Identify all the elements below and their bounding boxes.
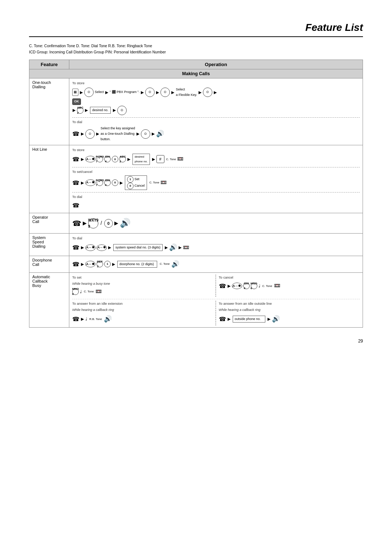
table-row: One-touchDialling To store ▦ ▶ ⊙ Select … — [29, 78, 363, 145]
feature-auto-callback: AutomaticCallbackBusy — [29, 272, 69, 327]
feature-doorphone: DoorphoneCall — [29, 256, 69, 272]
feature-table: Feature Operation Making Calls One-touch… — [29, 60, 363, 328]
op-auto-callback: To set While hearing a busy tone MNO6 ♩ … — [69, 272, 363, 327]
col-feature: Feature — [29, 60, 69, 69]
op-one-touch: To store ▦ ▶ ⊙ Select ▶ " ⬛ PBX Program … — [69, 78, 363, 145]
table-row: Hot Line To store ☎ ▶ A↔✱ PQR57 GHI4 0 A… — [29, 145, 363, 213]
col-operation: Operation — [69, 60, 363, 69]
section-making-calls: Making Calls — [29, 69, 363, 78]
op-hot-line: To store ☎ ▶ A↔✱ PQR57 GHI4 0 ABC2 ▶ des… — [69, 145, 363, 213]
feature-one-touch: One-touchDialling — [29, 78, 69, 145]
feature-operator-call: OperatorCall — [29, 213, 69, 234]
legend: C. Tone: Confirmation Tone D. Tone: Dial… — [29, 43, 363, 55]
table-row: DoorphoneCall ☎ ▶ A↔✱ DEF3 1 ▶ doorphone… — [29, 256, 363, 272]
table-row: AutomaticCallbackBusy To set While heari… — [29, 272, 363, 327]
page-number: 29 — [29, 339, 363, 344]
op-system-speed: To dial ☎ ▶ A↔✱ A↔✱ ▶ system speed dial … — [69, 234, 363, 256]
table-row: OperatorCall ☎ ▶ WXY99 / 0 ▶ 🔊 — [29, 213, 363, 234]
table-row: SystemSpeedDialling To dial ☎ ▶ A↔✱ A↔✱ … — [29, 234, 363, 256]
op-operator-call: ☎ ▶ WXY99 / 0 ▶ 🔊 — [69, 213, 363, 234]
page-title: Feature List — [29, 22, 363, 37]
feature-hot-line: Hot Line — [29, 145, 69, 213]
feature-system-speed: SystemSpeedDialling — [29, 234, 69, 256]
op-doorphone: ☎ ▶ A↔✱ DEF3 1 ▶ doorphone no. (2 digits… — [69, 256, 363, 272]
